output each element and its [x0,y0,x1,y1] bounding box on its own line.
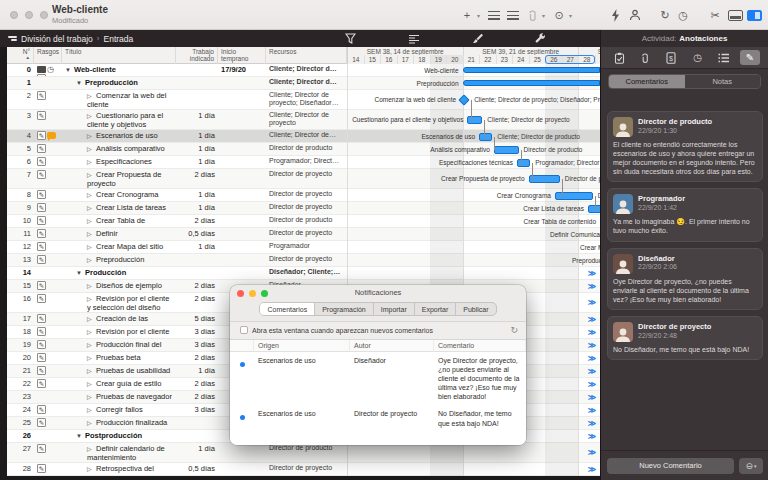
history-button[interactable]: ◷ [688,50,708,65]
table-row[interactable]: 1▼PreproducciónCliente; Director d… [7,77,600,90]
disclosure-triangle[interactable]: ▷ [87,342,96,349]
dialog-tab-publicar[interactable]: Publicar [456,303,495,315]
gantt-day-header[interactable]: 19 [431,55,448,64]
paperclip-button[interactable] [635,50,655,65]
gantt-day-header[interactable]: 25 [530,55,547,64]
dialog-zoom-button[interactable] [261,290,268,297]
disclosure-triangle[interactable]: ▷ [87,257,96,264]
cost-document-button[interactable]: $ [661,50,681,65]
column-header-title[interactable]: Título [62,47,176,64]
disclosure-triangle[interactable]: ▷ [87,231,96,238]
table-row[interactable]: 9✎▷Crear Lista de tareas1 díaDirector de… [7,202,600,215]
indent[interactable] [487,5,501,25]
column-header-origen[interactable]: Origen [254,340,350,352]
contact-button[interactable] [628,5,642,25]
attach-button[interactable] [525,5,539,25]
list-button[interactable] [714,50,734,65]
table-row[interactable]: 6✎▷Especificaciones técnicas1 díaProgram… [7,156,600,169]
disclosure-triangle[interactable]: ▷ [87,133,96,140]
dialog-tab-comentarios[interactable]: Comentarios [260,303,315,315]
disclosure-triangle[interactable]: ▷ [87,113,96,120]
layout-right-button[interactable] [747,5,762,25]
refresh-icon[interactable]: ↻ [510,325,518,335]
disclosure-triangle[interactable]: ▼ [65,67,74,74]
column-header-work[interactable]: Trabajo indicado [176,47,218,64]
disclosure-triangle[interactable]: ▷ [87,394,96,401]
gantt-day-header[interactable]: 16 [381,55,398,64]
disclosure-triangle[interactable]: ▷ [87,316,96,323]
gantt-day-header[interactable]: 14 [348,55,365,64]
disclosure-triangle[interactable]: ▼ [76,270,85,277]
disclosure-triangle[interactable]: ▼ [76,80,85,87]
tab-comentarios[interactable]: Comentarios [609,75,685,88]
gantt-day-header[interactable]: 15 [365,55,382,64]
disclosure-triangle[interactable]: ▷ [87,283,96,290]
outdent[interactable] [506,5,520,25]
disclosure-triangle[interactable]: ▷ [87,446,96,453]
comment-card[interactable]: Director de proyecto22/9/20 2:48No Diseñ… [607,316,763,360]
table-row[interactable]: 11✎▷Definir Comunicaciones0,5 díasDirect… [7,228,600,241]
table-row[interactable]: 2✎▷Comenzar la web del clienteCliente; D… [7,90,600,110]
disclosure-triangle[interactable]: ▼ [76,433,85,440]
more-menu-chevron[interactable]: ▾ [567,5,574,25]
gantt-day-header[interactable]: 23 [497,55,514,64]
format-brush-button[interactable] [472,33,483,44]
zoom-window-button[interactable] [40,11,48,19]
column-header-autor[interactable]: Autor [350,340,434,352]
table-row[interactable]: 7✎▷Crear Propuesta de proyecto2 díasDire… [7,169,600,189]
gantt-day-header[interactable]: 21 [464,55,481,64]
disclosure-triangle[interactable]: ▷ [87,159,96,166]
dialog-minimize-button[interactable] [249,290,256,297]
column-header-comentario[interactable]: Comentario [434,340,526,352]
add-menu-chevron[interactable]: ▾ [475,5,482,25]
table-row[interactable]: 5✎▷Análisis comparativo1 díaDirector de … [7,143,600,156]
disclosure-triangle[interactable]: ▷ [87,381,96,388]
layout-bottom-button[interactable] [728,5,743,25]
table-row[interactable]: 4✎▷Escenarios de uso1 díaCliente; Direct… [7,130,600,143]
pencil-button[interactable]: ✎ [740,50,760,65]
column-header-rasgos[interactable]: Rasgos [34,47,62,64]
gantt-day-header[interactable]: 22 [480,55,497,64]
disclosure-triangle[interactable]: ▷ [87,407,96,414]
breadcrumb-view[interactable]: División del trabajo [21,34,93,44]
clipboard-button[interactable] [609,50,629,65]
sync-button[interactable]: ↻ [658,5,672,25]
comment-card[interactable]: Director de producto22/9/20 1:30El clien… [607,111,763,182]
settings-wrench-button[interactable] [535,33,546,44]
table-row[interactable]: 12✎▷Crear Mapa del sitio1 díaProgramador [7,241,600,254]
remove-comment-button[interactable]: ⊖ ▾ [739,458,763,474]
comment-card[interactable]: Diseñador22/9/20 2:06Oye Director de pro… [607,248,763,310]
disclosure-triangle[interactable]: ▷ [87,244,96,251]
minimize-window-button[interactable] [25,11,33,19]
table-row[interactable]: 0◷✎▼Web-cliente17/9/20 0:00Cliente; Dire… [7,64,600,77]
dialog-tab-exportar[interactable]: Exportar [415,303,456,315]
table-row[interactable]: 27✎▷Definir calendario de mantenimiento1… [7,443,600,463]
disclosure-triangle[interactable]: ▷ [87,146,96,153]
disclosure-triangle[interactable]: ▷ [87,192,96,199]
breadcrumb[interactable]: División del trabajo › Entrada [8,34,133,44]
dialog-tab-importar[interactable]: Importar [374,303,415,315]
notifications-button[interactable] [588,5,602,25]
timescale-selection[interactable] [545,55,595,64]
gantt-day-header[interactable]: 18 [414,55,431,64]
add-button[interactable]: + [460,5,474,25]
disclosure-triangle[interactable]: ▷ [87,93,96,100]
disclosure-triangle[interactable]: ▷ [87,368,96,375]
flash-button[interactable] [608,5,622,25]
dialog-tab-programación[interactable]: Programación [315,303,374,315]
more-button[interactable]: ⊙ [552,5,566,25]
comment-card[interactable]: Programador22/9/20 1:42Ya me lo imaginab… [607,188,763,241]
gantt-day-header[interactable]: 24 [513,55,530,64]
table-row[interactable]: 8✎▷Crear Cronograma1 díaDirector de proy… [7,189,600,202]
column-header-num[interactable]: N°▲ [7,47,34,64]
table-row[interactable]: 3✎▷Cuestionario para el cliente y objeti… [7,110,600,130]
disclosure-triangle[interactable]: ▷ [87,355,96,362]
gantt-day-header[interactable]: 20 [447,55,464,64]
table-row[interactable]: 28✎▷Retrospectiva del proyecto0,5 díasDi… [7,463,600,476]
activity-value[interactable]: Anotaciones [679,34,727,43]
table-row[interactable]: 14▼ProducciónDiseñador; Cliente;… [7,267,600,280]
table-row[interactable]: 10✎▷Crear Tabla de contenido2 díasDirect… [7,215,600,228]
new-comment-button[interactable]: Nuevo Comentario [607,458,734,474]
breadcrumb-section[interactable]: Entrada [104,34,134,44]
tab-notas[interactable]: Notas [685,75,761,88]
